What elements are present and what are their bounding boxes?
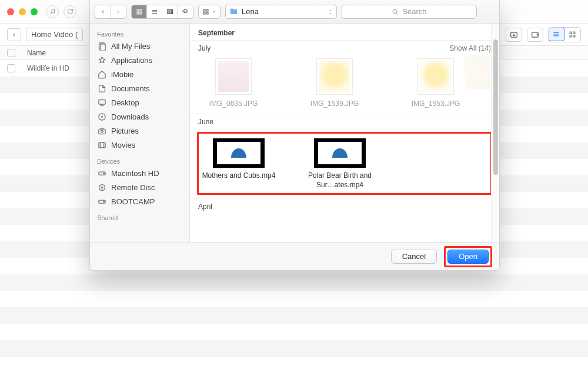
svg-point-46 [103,201,104,201]
sidebar-item-bootcamp[interactable]: BOOTCAMP [93,194,186,208]
nav-forward-icon[interactable] [111,5,126,18]
breadcrumb[interactable]: Home Video ( [26,28,83,41]
nav-segment [95,5,126,19]
documents-icon [97,84,106,93]
sidebar-head-favorites: Favorites [93,28,186,39]
sidebar-item-downloads[interactable]: Downloads [93,110,186,124]
row-checkbox[interactable] [7,64,15,72]
back-button[interactable] [7,28,21,41]
row-name: Wildlife in HD [27,64,69,72]
sidebar-item-all-my-files[interactable]: All My Files [93,39,186,53]
sidebar-item-label: Movies [111,141,135,150]
highlighted-selection: Mothers and Cubs.mp4 Polar Bear Birth an… [197,132,492,195]
search-input[interactable]: Search [342,5,477,19]
file-item[interactable]: IMG_1953.JPG [406,58,465,108]
search-placeholder: Search [402,7,426,16]
panel-footer: Cancel Open [90,242,499,270]
disc-icon [97,182,106,192]
image-thumb-icon [417,58,454,95]
folder-name: Lena [242,7,259,16]
sidebar-item-label: Applications [111,56,152,65]
svg-rect-25 [206,9,208,11]
sidebar: Favorites All My Files Applications iMob… [90,24,190,242]
sidebar-item-documents[interactable]: Documents [93,81,186,95]
file-item[interactable]: Polar Bear Birth and Sur…ates.mp4 [305,138,375,190]
sidebar-item-imobie[interactable]: iMobie [93,67,186,81]
all-my-files-icon [97,41,106,51]
svg-rect-21 [184,9,186,12]
sidebar-item-label: Remote Disc [111,183,155,192]
month-label: July [198,44,211,52]
file-item[interactable]: IMG_1539.JPG [305,58,364,108]
export-icon[interactable] [527,28,543,42]
open-button[interactable]: Open [447,250,489,264]
movies-icon [97,140,106,150]
updown-icon [328,9,333,15]
open-file-panel: Lena Search Favorites All My Files [89,0,500,271]
month-label: June [198,118,213,126]
svg-point-43 [99,184,105,190]
svg-rect-20 [171,9,172,14]
svg-rect-9 [570,35,572,37]
sidebar-item-label: BOOTCAMP [111,197,155,206]
select-all-checkbox[interactable] [7,49,15,57]
file-label: IMG_1539.JPG [310,99,359,108]
icon-view-icon[interactable] [132,5,147,18]
svg-rect-24 [203,9,205,11]
july-thumbs: IMG_0635.JPG IMG_1539.JPG IMG_1953.JPG [190,58,499,114]
coverflow-view-icon[interactable] [178,5,193,18]
sidebar-head-devices: Devices [93,155,186,166]
image-thumb-icon [316,58,353,95]
folder-icon [229,7,238,16]
show-all-link[interactable]: Show All (14) [449,44,491,52]
svg-point-28 [393,9,397,14]
nav-back-icon[interactable] [95,5,111,18]
panel-toolbar: Lena Search [90,0,499,24]
panel-view-segment [131,5,193,19]
list-view-icon[interactable] [548,27,564,41]
file-label: IMG_1953.JPG [412,99,460,108]
file-item[interactable]: Mothers and Cubs.mp4 [203,138,274,190]
svg-point-0 [51,12,52,14]
scrollbar[interactable] [491,24,499,242]
hdd-icon [97,197,106,206]
file-browser-content: September July Show All (14) IMG_0635.JP… [190,24,499,242]
overflow-stack-icon[interactable] [464,57,493,98]
minimize-window-icon[interactable] [19,8,26,15]
sidebar-item-pictures[interactable]: Pictures [93,124,186,138]
svg-rect-38 [98,142,105,148]
import-icon[interactable] [506,28,522,42]
sidebar-item-remote-disc[interactable]: Remote Disc [93,180,186,194]
applications-icon [97,55,106,65]
svg-rect-10 [573,35,574,37]
column-view-icon[interactable] [162,5,178,18]
svg-rect-8 [573,32,574,34]
window-controls [7,8,38,15]
svg-rect-13 [137,12,139,14]
scrollbar-thumb[interactable] [493,39,498,175]
sidebar-item-desktop[interactable]: Desktop [93,95,186,110]
arrange-dropdown[interactable] [198,5,220,19]
refresh-icon[interactable] [64,5,76,18]
column-name[interactable]: Name [27,49,46,57]
sidebar-item-label: Downloads [111,112,149,121]
cancel-button[interactable]: Cancel [391,250,437,264]
sidebar-item-movies[interactable]: Movies [93,138,186,152]
grid-view-icon[interactable] [564,28,580,42]
list-view-icon[interactable] [147,5,162,18]
downloads-icon [97,112,106,121]
view-mode-segment [548,27,581,42]
svg-rect-26 [203,12,205,14]
music-note-icon[interactable] [46,5,59,18]
svg-point-42 [103,172,104,173]
folder-dropdown[interactable]: Lena [225,5,337,19]
sidebar-item-label: All My Files [111,42,150,51]
sidebar-item-label: iMobie [111,70,133,79]
sidebar-item-macintosh-hd[interactable]: Macintosh HD [93,166,186,180]
search-icon [392,8,399,15]
zoom-window-icon[interactable] [31,8,38,15]
pictures-icon [97,126,106,135]
file-item[interactable]: IMG_0635.JPG [204,58,263,108]
close-window-icon[interactable] [7,8,14,15]
sidebar-item-applications[interactable]: Applications [93,53,186,67]
